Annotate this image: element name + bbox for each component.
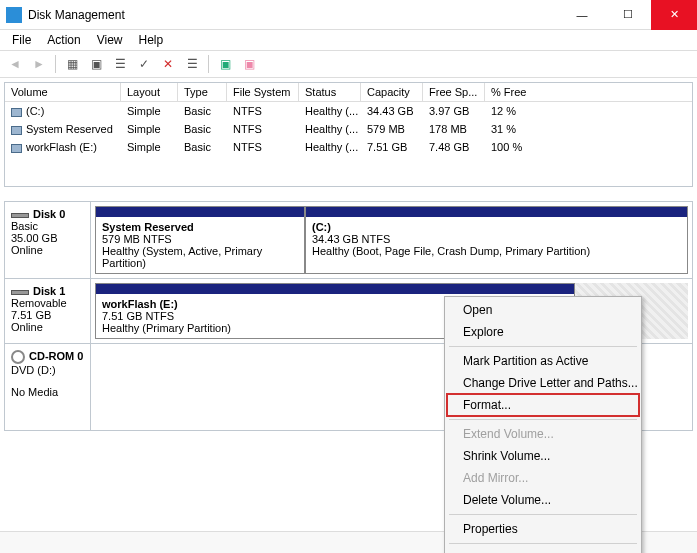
context-menu-item[interactable]: Change Drive Letter and Paths... (447, 372, 639, 394)
drive-icon (11, 144, 22, 153)
context-menu-item[interactable]: Format... (446, 393, 640, 417)
context-menu-item[interactable]: Mark Partition as Active (447, 350, 639, 372)
col-capacity[interactable]: Capacity (361, 83, 423, 101)
context-menu-item[interactable]: Help (447, 547, 639, 553)
forward-button[interactable]: ► (28, 53, 50, 75)
volume-list: Volume Layout Type File System Status Ca… (4, 82, 693, 187)
disk-info[interactable]: Disk 1Removable7.51 GBOnline (5, 279, 91, 343)
col-pctfree[interactable]: % Free (485, 83, 545, 101)
maximize-button[interactable] (605, 0, 651, 30)
context-menu-separator (449, 346, 637, 347)
col-freespace[interactable]: Free Sp... (423, 83, 485, 101)
context-menu-item[interactable]: Shrink Volume... (447, 445, 639, 467)
col-status[interactable]: Status (299, 83, 361, 101)
window-title: Disk Management (28, 8, 559, 22)
context-menu-separator (449, 543, 637, 544)
col-type[interactable]: Type (178, 83, 227, 101)
context-menu: OpenExploreMark Partition as ActiveChang… (444, 296, 642, 553)
titlebar: Disk Management (0, 0, 697, 30)
col-volume[interactable]: Volume (5, 83, 121, 101)
volume-rows: (C:)SimpleBasicNTFSHealthy (...34.43 GB3… (5, 102, 692, 186)
context-menu-item[interactable]: Open (447, 299, 639, 321)
properties-button[interactable]: ✓ (133, 53, 155, 75)
minimize-button[interactable] (559, 0, 605, 30)
delete-button[interactable]: ✕ (157, 53, 179, 75)
toolbar: ◄ ► ▦ ▣ ☰ ✓ ✕ ☰ ▣ ▣ (0, 50, 697, 78)
disk-partitions: System Reserved579 MB NTFSHealthy (Syste… (91, 202, 692, 278)
disk-icon (11, 290, 29, 295)
context-menu-item[interactable]: Delete Volume... (447, 489, 639, 511)
volume-row[interactable]: workFlash (E:)SimpleBasicNTFSHealthy (..… (5, 138, 692, 156)
toolbar-button[interactable]: ▦ (61, 53, 83, 75)
drive-icon (11, 126, 22, 135)
disk-icon (11, 213, 29, 218)
partition[interactable]: System Reserved579 MB NTFSHealthy (Syste… (95, 206, 305, 274)
toolbar-separator (208, 55, 209, 73)
context-menu-separator (449, 514, 637, 515)
refresh-button[interactable]: ▣ (85, 53, 107, 75)
partition[interactable]: (C:)34.43 GB NTFSHealthy (Boot, Page Fil… (305, 206, 688, 274)
drive-icon (11, 108, 22, 117)
disk-row: Disk 0Basic35.00 GBOnlineSystem Reserved… (5, 202, 692, 279)
col-filesystem[interactable]: File System (227, 83, 299, 101)
toolbar-separator (55, 55, 56, 73)
menu-action[interactable]: Action (39, 31, 88, 49)
context-menu-item[interactable]: Properties (447, 518, 639, 540)
toolbar-button[interactable]: ☰ (181, 53, 203, 75)
cdrom-icon (11, 350, 25, 364)
context-menu-item: Add Mirror... (447, 467, 639, 489)
menu-file[interactable]: File (4, 31, 39, 49)
disk-info[interactable]: Disk 0Basic35.00 GBOnline (5, 202, 91, 278)
menu-help[interactable]: Help (131, 31, 172, 49)
back-button[interactable]: ◄ (4, 53, 26, 75)
volume-row[interactable]: System ReservedSimpleBasicNTFSHealthy (.… (5, 120, 692, 138)
context-menu-item[interactable]: Explore (447, 321, 639, 343)
help-button[interactable]: ▣ (238, 53, 260, 75)
menu-view[interactable]: View (89, 31, 131, 49)
volume-row[interactable]: (C:)SimpleBasicNTFSHealthy (...34.43 GB3… (5, 102, 692, 120)
context-menu-separator (449, 419, 637, 420)
menubar: File Action View Help (0, 30, 697, 50)
close-button[interactable] (651, 0, 697, 30)
app-icon (6, 7, 22, 23)
toolbar-button[interactable]: ▣ (214, 53, 236, 75)
context-menu-item: Extend Volume... (447, 423, 639, 445)
volume-list-header: Volume Layout Type File System Status Ca… (5, 83, 692, 102)
col-layout[interactable]: Layout (121, 83, 178, 101)
settings-button[interactable]: ☰ (109, 53, 131, 75)
disk-info[interactable]: CD-ROM 0DVD (D:)No Media (5, 344, 91, 430)
